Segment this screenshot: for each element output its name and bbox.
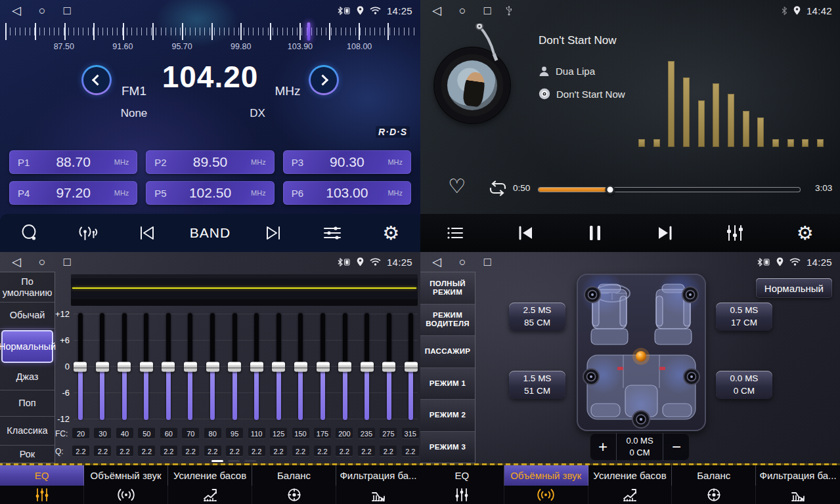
tune-down-button[interactable] (81, 65, 112, 95)
eq-preset-custom[interactable]: Обычай (0, 303, 55, 329)
frequency-ruler[interactable] (0, 22, 420, 41)
tab-balance[interactable]: Баланс (672, 465, 756, 504)
delay-rear-right-button[interactable]: 0.0 MS 0 CM (716, 371, 772, 399)
tab-surround[interactable]: Объёмный звук (504, 465, 588, 504)
tab-eq[interactable]: EQ (0, 465, 84, 504)
recents-button[interactable]: □ (484, 252, 491, 272)
mode-1[interactable]: РЕЖИМ 1 (420, 368, 475, 400)
previous-track-button[interactable] (510, 218, 541, 248)
broadcast-antenna-button[interactable] (73, 218, 103, 248)
tune-up-button[interactable] (309, 65, 339, 95)
preset-button-p5[interactable]: P5102.50MHz (146, 181, 274, 205)
preset-button-p3[interactable]: P390.30MHz (283, 150, 411, 174)
eq-preset-normal[interactable]: Нормальный (1, 330, 53, 363)
band-button[interactable]: BAND (190, 218, 231, 248)
preset-button-p2[interactable]: P289.50MHz (146, 150, 274, 174)
mode-driver[interactable]: РЕЖИМ ВОДИТЕЛЯ (420, 304, 475, 337)
clock: 14:25 (807, 257, 832, 268)
delay-front-right-button[interactable]: 0.5 MS 17 CM (716, 303, 772, 331)
fc-value: 40 (116, 428, 133, 439)
pause-button[interactable] (580, 218, 610, 248)
audio-settings-button[interactable] (317, 218, 347, 248)
mode-3[interactable]: РЕЖИМ 3 (420, 432, 475, 463)
preset-button-p1[interactable]: P188.70MHz (9, 150, 137, 174)
eq-slider[interactable] (160, 313, 176, 420)
recents-button[interactable]: □ (484, 0, 491, 21)
tab-filter[interactable]: Фильтрация ба... (336, 465, 420, 504)
progress-bar[interactable] (539, 188, 800, 192)
spectrum-bar (668, 61, 674, 147)
eq-slider[interactable] (227, 313, 242, 420)
preset-button-p4[interactable]: P497.20MHz (9, 181, 137, 205)
frequency-pointer[interactable] (307, 22, 310, 41)
eq-preset-list: По умолчанию Обычай Нормальный Джаз Поп … (0, 272, 55, 463)
eq-preset-rock[interactable]: Рок (0, 446, 55, 463)
mode-full[interactable]: ПОЛНЫЙ РЕЖИМ (420, 272, 475, 304)
back-button[interactable]: ◁ (12, 252, 21, 272)
playlist-button[interactable] (440, 218, 470, 248)
eq-slider[interactable] (359, 313, 375, 420)
eq-slider[interactable] (293, 313, 309, 420)
tab-bass-boost[interactable]: Усиление басов (168, 465, 252, 504)
tab-surround[interactable]: Объёмный звук (84, 465, 168, 504)
tab-eq[interactable]: EQ (420, 465, 504, 504)
album-art-vinyl[interactable]: ℓ (435, 48, 510, 123)
delay-decrease-button[interactable]: − (663, 433, 690, 461)
home-button[interactable]: ○ (459, 252, 466, 272)
scan-button[interactable] (14, 218, 45, 248)
home-button[interactable]: ○ (39, 0, 46, 21)
eq-slider[interactable] (403, 313, 419, 420)
repeat-button[interactable] (487, 180, 508, 200)
settings-gear-button[interactable]: ⚙ (790, 218, 820, 248)
progress-knob[interactable] (606, 185, 615, 195)
preset-frequency: 90.30 (311, 154, 383, 170)
next-track-button[interactable] (650, 218, 680, 248)
eq-preset-pop[interactable]: Поп (0, 390, 55, 417)
recents-button[interactable]: □ (64, 0, 71, 21)
home-button[interactable]: ○ (459, 0, 466, 21)
back-button[interactable]: ◁ (432, 0, 441, 21)
eq-slider[interactable] (116, 313, 132, 420)
eq-slider[interactable] (205, 313, 221, 420)
elapsed-time: 0:50 (513, 183, 530, 193)
eq-slider[interactable] (337, 313, 353, 420)
total-time: 3:03 (815, 183, 832, 193)
settings-gear-button[interactable]: ⚙ (376, 218, 406, 248)
balance-icon (672, 486, 756, 504)
eq-slider[interactable] (183, 313, 198, 420)
eq-slider[interactable] (249, 313, 265, 420)
stage-profile-button[interactable]: Нормальный (756, 278, 832, 298)
delay-front-left-button[interactable]: 2.5 MS 85 CM (509, 303, 565, 331)
eq-slider[interactable] (139, 313, 154, 420)
tab-bass-boost[interactable]: Усиление басов (588, 465, 673, 504)
eq-slider[interactable] (95, 313, 110, 420)
next-station-button[interactable] (259, 218, 289, 248)
eq-preset-jazz[interactable]: Джаз (0, 364, 55, 390)
mode-passenger[interactable]: ПАССАЖИР (420, 336, 475, 368)
eq-preset-default[interactable]: По умолчанию (0, 272, 55, 303)
tab-balance[interactable]: Баланс (252, 465, 336, 504)
scale-label: 95.70 (171, 42, 192, 51)
recents-button[interactable]: □ (64, 252, 71, 272)
eq-slider[interactable] (315, 313, 331, 420)
eq-preset-classic[interactable]: Классика (0, 417, 55, 446)
delay-rear-left-button[interactable]: 1.5 MS 51 CM (509, 371, 565, 399)
delay-ms: 0.0 MS (730, 373, 759, 385)
previous-station-button[interactable] (131, 218, 162, 248)
eq-slider[interactable] (271, 313, 286, 420)
equalizer-button[interactable] (720, 218, 750, 248)
eq-band-scrollbar[interactable] (211, 460, 256, 462)
tab-label: Объёмный звук (504, 465, 588, 486)
back-button[interactable]: ◁ (432, 252, 441, 272)
delay-increase-button[interactable]: + (590, 433, 616, 461)
eq-slider[interactable] (381, 313, 397, 420)
tab-filter[interactable]: Фильтрация ба... (756, 465, 840, 504)
mode-2[interactable]: РЕЖИМ 2 (420, 400, 475, 432)
back-button[interactable]: ◁ (12, 0, 21, 21)
preset-button-p6[interactable]: P6103.00MHz (283, 181, 411, 205)
db-label: +12 (53, 309, 70, 319)
home-button[interactable]: ○ (39, 252, 46, 272)
favorite-button[interactable]: ♡ (448, 175, 466, 198)
chevron-left-icon (92, 75, 103, 86)
eq-slider[interactable] (72, 313, 88, 420)
